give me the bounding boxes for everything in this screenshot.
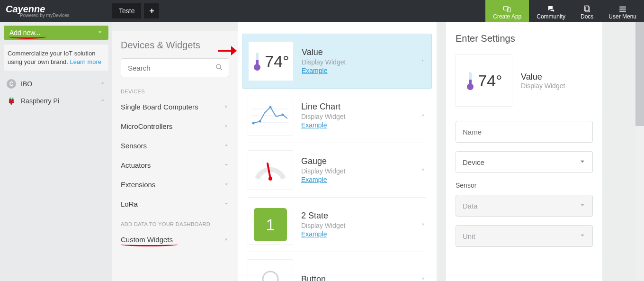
- scrollbar-thumb[interactable]: [635, 22, 644, 126]
- widget-thumbnail: 74°: [249, 42, 293, 81]
- example-link[interactable]: Example: [302, 67, 327, 74]
- tree-item-raspberry[interactable]: Raspberry Pi: [4, 92, 108, 109]
- svg-line-16: [220, 68, 222, 70]
- tab-add[interactable]: +: [144, 3, 159, 18]
- community-button[interactable]: Community: [529, 0, 573, 22]
- sidebar: Add new... Commercialize your IoT soluti…: [0, 22, 112, 281]
- widget-sub: Display Widget: [301, 222, 345, 229]
- tree-item-ibo[interactable]: C IBO: [4, 75, 108, 92]
- widget-thumbnail: [248, 151, 293, 190]
- topbar: Cayenne Powered by myDevices Teste + Cre…: [0, 0, 644, 22]
- data-select[interactable]: Data: [456, 195, 593, 217]
- device-select[interactable]: Device: [456, 151, 593, 173]
- widget-card[interactable]: 74°ValueDisplay WidgetExample: [242, 34, 432, 89]
- name-input[interactable]: [456, 121, 593, 143]
- svg-point-14: [11, 97, 14, 99]
- add-new-button[interactable]: Add new...: [4, 26, 108, 40]
- widget-sub: Display Widget: [301, 167, 345, 175]
- create-app-button[interactable]: Create App: [485, 0, 529, 22]
- chevron-icon: [224, 142, 229, 150]
- preview-box: 74°: [456, 54, 512, 107]
- menu-icon: [618, 5, 627, 13]
- widget-thumbnail: [248, 260, 293, 281]
- ibo-icon: C: [7, 79, 16, 89]
- example-link[interactable]: Example: [301, 176, 327, 183]
- widget-card[interactable]: GaugeDisplay WidgetExample: [248, 143, 426, 198]
- category-item[interactable]: Extensions: [112, 175, 238, 194]
- copy-icon: [583, 5, 591, 13]
- preview-title: Value: [521, 72, 565, 82]
- user-menu-button[interactable]: User Menu: [601, 0, 644, 22]
- chevron-right-icon: [420, 111, 426, 120]
- category-item[interactable]: LoRa: [112, 194, 238, 214]
- thermometer-icon: [252, 52, 262, 71]
- example-link[interactable]: Example: [301, 121, 327, 129]
- settings-title: Enter Settings: [456, 33, 593, 44]
- chevron-down-icon: [100, 80, 106, 88]
- category-item[interactable]: Single Board Computers: [112, 97, 238, 117]
- docs-button[interactable]: Docs: [573, 0, 601, 22]
- widget-title: 2 State: [301, 211, 345, 221]
- widget-sub: Display Widget: [301, 113, 345, 120]
- chevron-icon: [224, 103, 229, 111]
- example-link[interactable]: Example: [301, 230, 327, 238]
- chat-icon: [547, 5, 555, 13]
- brand-tagline: Powered by myDevices: [20, 13, 112, 18]
- caret-down-icon: [579, 232, 586, 240]
- svg-rect-6: [619, 11, 626, 12]
- devices-section-label: DEVICES: [112, 86, 238, 97]
- widget-card[interactable]: Button: [248, 252, 426, 281]
- widget-preview: 74° Value Display Widget: [456, 54, 593, 107]
- category-item[interactable]: Actuators: [112, 155, 238, 175]
- header-menu: Create App Community Docs User Menu: [485, 0, 644, 22]
- main: Add new... Commercialize your IoT soluti…: [0, 22, 644, 281]
- learn-more-link[interactable]: Learn more: [70, 58, 101, 65]
- gauge-icon: [251, 157, 289, 183]
- devices-icon: [503, 5, 511, 13]
- svg-rect-2: [584, 6, 588, 11]
- state-icon: 1: [254, 208, 287, 241]
- category-item[interactable]: Sensors: [112, 136, 238, 155]
- devices-widgets-panel: Devices & Widgets DEVICES Single Board C…: [112, 31, 238, 281]
- scrollbar[interactable]: [635, 22, 644, 281]
- search-wrap: [121, 58, 229, 77]
- preview-sub: Display Widget: [521, 82, 565, 90]
- tab-project[interactable]: Teste: [112, 3, 141, 18]
- svg-point-28: [263, 272, 278, 281]
- widget-title: Button: [301, 274, 326, 281]
- search-input[interactable]: [121, 58, 229, 77]
- caret-down-icon: [579, 202, 586, 210]
- svg-rect-4: [619, 7, 626, 8]
- thermometer-icon: [465, 71, 475, 90]
- button-icon: [251, 270, 289, 281]
- unit-select[interactable]: Unit: [456, 225, 593, 247]
- svg-point-27: [268, 177, 272, 181]
- project-tabs: Teste +: [112, 0, 162, 22]
- chevron-right-icon: [420, 166, 426, 174]
- info-box: Commercialize your IoT solution using yo…: [4, 45, 108, 71]
- widget-card[interactable]: 12 StateDisplay WidgetExample: [248, 198, 426, 252]
- content: Devices & Widgets DEVICES Single Board C…: [112, 22, 644, 281]
- chevron-down-icon: [97, 29, 103, 36]
- category-item[interactable]: MicroControllers: [112, 117, 238, 136]
- chevron-icon: [224, 122, 229, 130]
- chevron-icon: [224, 200, 229, 208]
- category-custom-widgets[interactable]: Custom Widgets: [112, 230, 238, 249]
- svg-point-23: [259, 120, 261, 123]
- svg-point-10: [9, 101, 11, 103]
- widget-title: Gauge: [301, 156, 345, 166]
- widget-title: Value: [302, 47, 346, 57]
- widget-thumbnail: 1: [248, 205, 293, 244]
- widget-title: Line Chart: [301, 102, 345, 112]
- annotation-arrow: [217, 44, 238, 60]
- chevron-down-icon: [100, 97, 106, 105]
- svg-rect-5: [619, 9, 626, 9]
- chevron-right-icon: [420, 220, 426, 229]
- svg-point-24: [269, 106, 272, 109]
- search-icon: [215, 63, 224, 73]
- widget-choices-panel: 74°ValueDisplay WidgetExampleLine ChartD…: [238, 22, 437, 281]
- svg-point-11: [12, 101, 14, 103]
- annotation-underline: [9, 36, 46, 39]
- widget-card[interactable]: Line ChartDisplay WidgetExample: [248, 89, 426, 143]
- svg-point-25: [282, 114, 284, 116]
